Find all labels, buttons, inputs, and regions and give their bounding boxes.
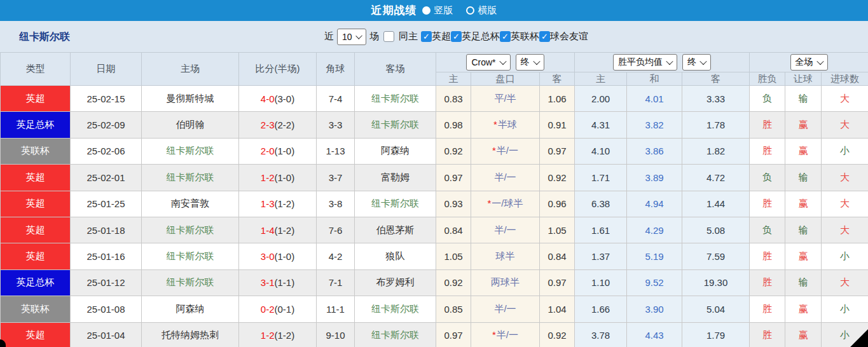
result-goals: 大: [822, 217, 868, 243]
result-wdl: 胜: [750, 322, 785, 347]
match-date: 25-01-04: [71, 322, 142, 347]
chevron-down-icon: [699, 58, 706, 65]
odds-away: 0.97: [540, 138, 575, 164]
match-date: 25-02-09: [71, 112, 142, 138]
home-team: 纽卡斯尔联: [142, 269, 239, 296]
result-handicap: 输: [785, 86, 822, 112]
avg-away: 4.72: [682, 165, 750, 191]
score-fulltime: 0-2: [261, 304, 275, 315]
match-type-badge: 英超: [1, 217, 71, 243]
results-table: 类型 日期 主场 比分(半场) 角球 客场 Crow* 终: [0, 52, 868, 347]
avg-draw: 4.01: [627, 86, 682, 112]
handicap: 半/一: [471, 296, 540, 322]
result-handicap: 输: [785, 217, 822, 243]
avg-away: 5.08: [682, 217, 750, 243]
odds-source-select[interactable]: Crow*: [466, 54, 510, 71]
match-type-badge: 英超: [1, 191, 71, 217]
avg-away: 7.59: [682, 243, 750, 269]
avg-time-value: 终: [687, 57, 696, 68]
match-score: 3-0(1-0): [239, 243, 317, 269]
layout-radio-unselected[interactable]: [466, 6, 474, 15]
avg-source-value: 胜平负均值: [618, 57, 663, 68]
avg-draw: 3.89: [627, 165, 682, 191]
sub-header-odds-away: 客: [540, 72, 575, 86]
competition-checkbox[interactable]: ✓: [539, 31, 550, 42]
result-wdl: 负: [750, 86, 785, 112]
sub-header-odds-home: 主: [436, 72, 471, 86]
odds-home: 0.97: [436, 165, 471, 191]
handicap: 平/半: [471, 86, 540, 112]
result-handicap: 赢: [785, 138, 822, 164]
score-fulltime: 2-3: [261, 119, 275, 130]
avg-draw: 3.86: [627, 138, 682, 164]
result-wdl: 负: [750, 217, 785, 243]
result-wdl: 胜: [750, 269, 785, 296]
match-type-badge: 英超: [1, 322, 71, 347]
layout-radio-selected[interactable]: [422, 6, 431, 15]
away-team: 阿森纳: [355, 138, 436, 164]
odds-home: 0.85: [436, 296, 471, 322]
avg-source-select[interactable]: 胜平负均值: [613, 54, 677, 71]
odds-away: 0.96: [540, 191, 575, 217]
col-header-corners: 角球: [317, 53, 355, 86]
competition-checkbox[interactable]: ✓: [500, 31, 511, 42]
scope-value: 全场: [796, 57, 813, 68]
odds-time-value: 终: [521, 57, 530, 68]
avg-draw: 3.82: [627, 112, 682, 138]
score-fulltime: 4-0: [261, 93, 275, 104]
scope-select[interactable]: 全场: [790, 54, 828, 71]
result-handicap: 赢: [785, 296, 822, 322]
chevron-down-icon: [499, 58, 506, 65]
odds-group-header: Crow* 终: [436, 53, 575, 72]
match-score: 1-2(1-2): [239, 322, 317, 347]
avg-away: 5.04: [682, 296, 750, 322]
match-count-select[interactable]: 10: [337, 29, 366, 45]
home-team: 南安普敦: [142, 191, 239, 217]
competition-label: 英联杯: [511, 31, 539, 43]
score-halftime: (1-2): [275, 198, 295, 209]
avg-home: 4.31: [575, 112, 627, 138]
score-halftime: (1-0): [275, 172, 295, 183]
table-row: 英超25-01-04托特纳姆热刺1-2(1-2)9-10纽卡斯尔联0.97*半/…: [1, 322, 868, 347]
result-goals: 大: [822, 86, 868, 112]
odds-time-select[interactable]: 终: [516, 54, 544, 71]
odds-source-value: Crow*: [471, 57, 495, 67]
sub-header-avg-home: 主: [575, 72, 627, 86]
match-score: 1-4(1-2): [239, 217, 317, 243]
corners: 7-4: [317, 86, 355, 112]
home-team: 托特纳姆热刺: [142, 322, 239, 347]
match-type-badge: 英联杯: [1, 138, 71, 164]
competition-checkbox[interactable]: ✓: [421, 31, 432, 42]
handicap: 球半: [471, 243, 540, 269]
competition-label: 英足总杯: [462, 31, 500, 43]
competition-checkbox[interactable]: ✓: [451, 31, 462, 42]
odds-away: 0.84: [540, 243, 575, 269]
table-row: 英联杯25-02-06纽卡斯尔联2-0(1-0)1-13阿森纳0.92*半/一0…: [1, 138, 868, 164]
sub-header-handicap: 盘口: [471, 72, 540, 86]
handicap-text: 半球: [498, 119, 517, 130]
avg-time-select[interactable]: 终: [682, 54, 711, 71]
avg-draw: 4.94: [627, 191, 682, 217]
home-team: 阿森纳: [142, 296, 239, 322]
corners: 3-8: [317, 191, 355, 217]
score-fulltime: 3-0: [261, 251, 275, 262]
table-row: 英超25-02-01纽卡斯尔联1-2(1-0)3-7富勒姆0.97半/一0.92…: [1, 165, 868, 191]
handicap-text: 半/一: [494, 172, 516, 182]
result-goals: 大: [822, 112, 868, 138]
avg-draw: 9.52: [627, 269, 682, 296]
competition-label: 英超: [432, 31, 451, 43]
chevron-down-icon: [533, 58, 540, 65]
handicap-change-icon: *: [493, 119, 497, 130]
col-header-home: 主场: [142, 53, 239, 86]
score-fulltime: 1-3: [261, 198, 275, 209]
avg-draw: 3.90: [627, 296, 682, 322]
result-goals: 小: [822, 243, 868, 269]
result-handicap: 赢: [785, 243, 822, 269]
same-home-checkbox[interactable]: [383, 31, 394, 42]
match-type-badge: 英超: [1, 165, 71, 191]
odds-home: 0.93: [436, 191, 471, 217]
avg-draw: 4.29: [627, 217, 682, 243]
odds-away: 1.05: [540, 217, 575, 243]
filters: 近 10 场 同主 ✓英超✓英足总杯✓英联杯✓球会友谊: [324, 29, 588, 45]
home-team: 曼彻斯特城: [142, 86, 239, 112]
